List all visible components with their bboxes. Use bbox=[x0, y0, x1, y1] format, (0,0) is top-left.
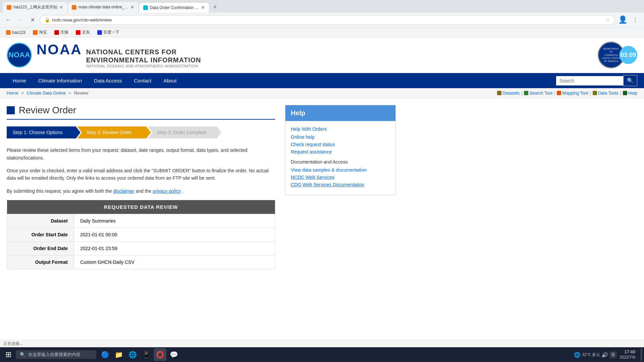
tool-datasets[interactable]: Datasets bbox=[502, 90, 520, 96]
breadcrumb-review: Review bbox=[74, 90, 89, 96]
noaa-circle-text: NOAA bbox=[8, 51, 30, 59]
bookmarks-bar: hao123 淘宝 天猫 京东 百度一下 bbox=[0, 27, 644, 38]
bookmark-hao123[interactable]: hao123 bbox=[3, 29, 28, 36]
browser-toolbar: ← → ✕ 🔒 ☆ 👤 ⋮ bbox=[0, 12, 644, 27]
tool-help[interactable]: Help bbox=[628, 90, 637, 96]
para3-suffix: . bbox=[182, 188, 183, 194]
breadcrumb-sep1: > bbox=[21, 90, 25, 96]
breadcrumb: Home > Climate Data Online > Review bbox=[7, 90, 88, 96]
nav-about[interactable]: About bbox=[157, 73, 182, 88]
table-label-start-date: Order Start Date bbox=[7, 228, 74, 242]
bookmark-star-icon[interactable]: ☆ bbox=[605, 17, 610, 23]
table-label-output-format: Output Format bbox=[7, 255, 74, 269]
profile-button[interactable]: 👤 bbox=[617, 14, 628, 25]
nav-data-access[interactable]: Data Access bbox=[88, 73, 128, 88]
nav-home[interactable]: Home bbox=[7, 73, 32, 88]
noaa-header-right: DEPARTMENTOFCOMMERCEUNITED STATESOF AMER… bbox=[598, 42, 637, 68]
help-link-1[interactable]: Help With Orders bbox=[291, 126, 390, 132]
address-bar-container[interactable]: 🔒 ☆ bbox=[40, 15, 615, 25]
help-sidebar: Help Help With Orders Online help Check … bbox=[285, 105, 396, 269]
bookmark-tianmao[interactable]: 天猫 bbox=[52, 28, 71, 36]
help-content: Help With Orders Online help Check reque… bbox=[285, 121, 395, 195]
tools-bar: Datasets | Search Tool | Mapping Tool | … bbox=[497, 90, 637, 96]
tab1-close[interactable]: ✕ bbox=[59, 5, 63, 10]
noaa-logo-circle: NOAA bbox=[7, 43, 32, 68]
breadcrumb-home[interactable]: Home bbox=[7, 90, 18, 96]
browser-tabs-bar: hao123_上网从这里开始 ✕ noaa climate data onlin… bbox=[0, 0, 644, 12]
tool-data-icon bbox=[593, 91, 597, 95]
noaa-acronym: NOAA bbox=[37, 42, 82, 58]
noaa-logo-area: NOAA NOAA National Centers for Environme… bbox=[7, 42, 201, 68]
tool-search[interactable]: Search Tool bbox=[529, 90, 552, 96]
step-1: Step 1: Choose Options bbox=[7, 126, 80, 138]
dept-seal-text: DEPARTMENTOFCOMMERCEUNITED STATESOF AMER… bbox=[601, 46, 622, 64]
help-link-3[interactable]: Check request status bbox=[291, 142, 390, 147]
table-value-output-format: Custom GHCN-Daily CSV bbox=[74, 255, 275, 269]
help-title: Help bbox=[285, 105, 395, 121]
forward-button[interactable]: → bbox=[15, 15, 25, 25]
browser-window: hao123_上网从这里开始 ✕ noaa climate data onlin… bbox=[0, 0, 644, 38]
breadcrumb-climate-data-online[interactable]: Climate Data Online bbox=[27, 90, 66, 96]
browser-tab-1[interactable]: hao123_上网从这里开始 ✕ bbox=[3, 2, 67, 12]
noaa-title-block: NOAA National Centers for Environmental … bbox=[37, 42, 201, 68]
tool-sep2: | bbox=[554, 90, 555, 96]
bookmark-hao123-favicon bbox=[6, 30, 11, 35]
bookmark-hao123-label: hao123 bbox=[12, 30, 25, 35]
nav-climate-information[interactable]: Climate Information bbox=[32, 73, 88, 88]
instruction-para1: Please review these selected items from … bbox=[7, 146, 275, 162]
help-link-4[interactable]: Request assistance bbox=[291, 149, 390, 155]
noaa-nav: Home Climate Information Data Access Con… bbox=[0, 73, 644, 88]
help-link-2[interactable]: Online help bbox=[291, 134, 390, 140]
tab2-close[interactable]: ✕ bbox=[130, 5, 134, 10]
page-title: Review Order bbox=[19, 105, 76, 116]
nav-search-input[interactable] bbox=[556, 76, 623, 85]
noaa-full-name-sub: National Oceanic and Atmospheric Adminis… bbox=[86, 64, 201, 68]
help-section2-link-3[interactable]: CDO Web Services Documentation bbox=[291, 182, 390, 187]
step-2-label: Step 2: Review Order bbox=[87, 130, 131, 135]
bookmark-jingdong[interactable]: 京东 bbox=[73, 28, 93, 36]
data-review-table: REQUESTED DATA REVIEW Dataset Daily Summ… bbox=[7, 200, 275, 269]
step-1-label: Step 1: Choose Options bbox=[13, 130, 63, 135]
help-box: Help Help With Orders Online help Check … bbox=[285, 105, 396, 195]
new-tab-button[interactable]: + bbox=[210, 2, 220, 12]
noaa-full-name-line2: Environmental Information bbox=[86, 56, 201, 64]
page-title-block: Review Order bbox=[7, 105, 275, 120]
table-value-end-date: 2022-01-01 23:59 bbox=[74, 242, 275, 255]
back-button[interactable]: ← bbox=[3, 15, 13, 25]
browser-tab-2[interactable]: noaa climate data online_百度... ✕ bbox=[68, 2, 138, 12]
bookmark-taobao-label: 淘宝 bbox=[39, 29, 47, 35]
bookmark-tianmao-label: 天猫 bbox=[60, 29, 68, 35]
para3-mid: and the bbox=[136, 188, 153, 194]
tab3-close[interactable]: ✕ bbox=[201, 5, 205, 10]
step-3-label: Step 3: Order Complete bbox=[157, 130, 207, 135]
tab3-favicon bbox=[143, 5, 148, 10]
bookmark-baidu[interactable]: 百度一下 bbox=[95, 28, 122, 36]
menu-button[interactable]: ⋮ bbox=[630, 14, 641, 25]
breadcrumb-bar: Home > Climate Data Online > Review Data… bbox=[0, 88, 644, 98]
help-section2-link-1[interactable]: View data samples & documentation bbox=[291, 167, 390, 173]
browser-tab-3[interactable]: Data Order Confirmation | Cli... ✕ bbox=[139, 2, 209, 12]
tool-mapping[interactable]: Mapping Tool bbox=[562, 90, 588, 96]
nav-contact[interactable]: Contact bbox=[128, 73, 157, 88]
noaa-header: NOAA NOAA National Centers for Environme… bbox=[0, 38, 644, 73]
noaa-full-name-line1: National Centers for bbox=[86, 48, 201, 56]
tab2-title: noaa climate data online_百度... bbox=[78, 4, 128, 10]
content-area: Review Order Step 1: Choose Options Step… bbox=[7, 105, 285, 269]
bookmark-taobao[interactable]: 淘宝 bbox=[30, 28, 50, 36]
privacy-link[interactable]: privacy policy bbox=[153, 188, 181, 194]
tool-sep3: | bbox=[590, 90, 591, 96]
nav-search-button[interactable]: 🔍 bbox=[623, 75, 637, 86]
bookmark-jingdong-favicon bbox=[76, 30, 80, 35]
table-value-dataset: Daily Summaries bbox=[74, 214, 275, 228]
bookmark-baidu-favicon bbox=[97, 30, 102, 35]
help-section2-link-2[interactable]: NCDC Web Services bbox=[291, 175, 390, 180]
refresh-button[interactable]: ✕ bbox=[28, 15, 38, 25]
lock-icon: 🔒 bbox=[45, 17, 50, 22]
tool-mapping-icon bbox=[557, 91, 561, 95]
timer-value: 03:09 bbox=[621, 52, 636, 59]
address-input[interactable] bbox=[52, 17, 603, 22]
step-2: Step 2: Review Order bbox=[77, 126, 151, 138]
table-label-end-date: Order End Date bbox=[7, 242, 74, 255]
disclaimer-link[interactable]: disclaimer bbox=[113, 188, 135, 194]
tool-data[interactable]: Data Tools bbox=[598, 90, 619, 96]
